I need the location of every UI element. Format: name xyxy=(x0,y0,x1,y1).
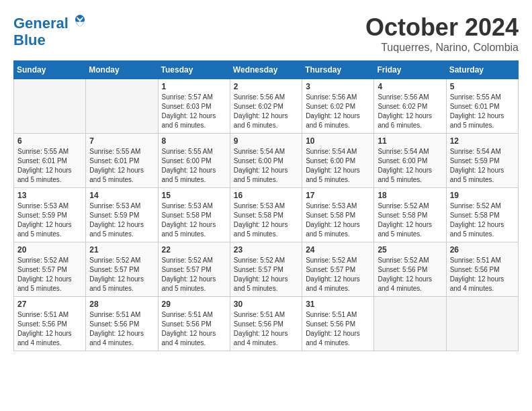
logo-blue-text: Blue xyxy=(13,32,46,49)
calendar-cell: 12Sunrise: 5:54 AM Sunset: 5:59 PM Dayli… xyxy=(446,134,518,188)
day-number: 19 xyxy=(450,191,515,200)
day-number: 6 xyxy=(17,136,82,146)
day-info: Sunrise: 5:52 AM Sunset: 5:57 PM Dayligh… xyxy=(306,256,370,293)
calendar-week-row: 6Sunrise: 5:55 AM Sunset: 6:01 PM Daylig… xyxy=(14,134,519,188)
weekday-header-row: SundayMondayTuesdayWednesdayThursdayFrid… xyxy=(14,61,519,79)
day-number: 4 xyxy=(378,82,442,91)
day-info: Sunrise: 5:51 AM Sunset: 5:56 PM Dayligh… xyxy=(450,256,515,293)
day-number: 10 xyxy=(306,136,370,146)
weekday-header-cell: Wednesday xyxy=(230,61,302,79)
location-title: Tuquerres, Narino, Colombia xyxy=(365,42,519,54)
day-info: Sunrise: 5:53 AM Sunset: 5:59 PM Dayligh… xyxy=(17,201,82,239)
calendar-cell: 10Sunrise: 5:54 AM Sunset: 6:00 PM Dayli… xyxy=(302,134,374,188)
weekday-header-cell: Thursday xyxy=(302,61,374,79)
calendar-cell: 11Sunrise: 5:54 AM Sunset: 6:00 PM Dayli… xyxy=(374,134,446,188)
calendar-cell xyxy=(14,79,86,134)
day-info: Sunrise: 5:51 AM Sunset: 5:56 PM Dayligh… xyxy=(89,310,154,348)
day-info: Sunrise: 5:53 AM Sunset: 5:58 PM Dayligh… xyxy=(162,201,226,239)
calendar-cell: 29Sunrise: 5:51 AM Sunset: 5:56 PM Dayli… xyxy=(158,297,230,351)
calendar-cell: 14Sunrise: 5:53 AM Sunset: 5:59 PM Dayli… xyxy=(86,188,158,242)
day-number: 13 xyxy=(17,191,82,200)
calendar-cell: 4Sunrise: 5:56 AM Sunset: 6:02 PM Daylig… xyxy=(374,79,446,134)
calendar-cell: 24Sunrise: 5:52 AM Sunset: 5:57 PM Dayli… xyxy=(302,242,374,297)
day-number: 22 xyxy=(162,245,226,255)
calendar-cell xyxy=(374,297,446,351)
calendar-cell: 21Sunrise: 5:52 AM Sunset: 5:57 PM Dayli… xyxy=(86,242,158,297)
day-info: Sunrise: 5:51 AM Sunset: 5:56 PM Dayligh… xyxy=(234,310,298,348)
day-info: Sunrise: 5:53 AM Sunset: 5:58 PM Dayligh… xyxy=(234,201,298,239)
logo-text: General xyxy=(13,13,86,32)
day-number: 8 xyxy=(162,136,226,146)
day-info: Sunrise: 5:52 AM Sunset: 5:57 PM Dayligh… xyxy=(89,256,154,293)
calendar-week-row: 27Sunrise: 5:51 AM Sunset: 5:56 PM Dayli… xyxy=(14,297,519,351)
day-number: 23 xyxy=(234,245,298,255)
calendar-cell: 20Sunrise: 5:52 AM Sunset: 5:57 PM Dayli… xyxy=(14,242,86,297)
calendar-cell: 27Sunrise: 5:51 AM Sunset: 5:56 PM Dayli… xyxy=(14,297,86,351)
calendar-cell: 15Sunrise: 5:53 AM Sunset: 5:58 PM Dayli… xyxy=(158,188,230,242)
calendar-cell: 7Sunrise: 5:55 AM Sunset: 6:01 PM Daylig… xyxy=(86,134,158,188)
day-info: Sunrise: 5:52 AM Sunset: 5:57 PM Dayligh… xyxy=(17,256,82,293)
calendar-cell: 3Sunrise: 5:56 AM Sunset: 6:02 PM Daylig… xyxy=(302,79,374,134)
calendar-cell: 16Sunrise: 5:53 AM Sunset: 5:58 PM Dayli… xyxy=(230,188,302,242)
day-number: 21 xyxy=(89,245,154,255)
weekday-header-cell: Tuesday xyxy=(158,61,230,79)
day-info: Sunrise: 5:53 AM Sunset: 5:58 PM Dayligh… xyxy=(306,201,370,239)
day-info: Sunrise: 5:56 AM Sunset: 6:02 PM Dayligh… xyxy=(378,93,442,130)
calendar-cell: 9Sunrise: 5:54 AM Sunset: 6:00 PM Daylig… xyxy=(230,134,302,188)
day-number: 18 xyxy=(378,191,442,200)
calendar-cell: 5Sunrise: 5:55 AM Sunset: 6:01 PM Daylig… xyxy=(446,79,518,134)
header: General Blue October 2024 Tuquerres, Nar… xyxy=(13,13,519,54)
day-info: Sunrise: 5:52 AM Sunset: 5:57 PM Dayligh… xyxy=(234,256,298,293)
weekday-header-cell: Friday xyxy=(374,61,446,79)
day-number: 15 xyxy=(162,191,226,200)
calendar-cell: 6Sunrise: 5:55 AM Sunset: 6:01 PM Daylig… xyxy=(14,134,86,188)
calendar-cell xyxy=(86,79,158,134)
day-number: 3 xyxy=(306,82,370,91)
calendar-week-row: 1Sunrise: 5:57 AM Sunset: 6:03 PM Daylig… xyxy=(14,79,519,134)
day-info: Sunrise: 5:51 AM Sunset: 5:56 PM Dayligh… xyxy=(306,310,370,348)
day-info: Sunrise: 5:54 AM Sunset: 6:00 PM Dayligh… xyxy=(234,147,298,185)
calendar-cell: 2Sunrise: 5:56 AM Sunset: 6:02 PM Daylig… xyxy=(230,79,302,134)
day-info: Sunrise: 5:52 AM Sunset: 5:57 PM Dayligh… xyxy=(162,256,226,293)
day-info: Sunrise: 5:55 AM Sunset: 6:01 PM Dayligh… xyxy=(89,147,154,185)
day-number: 26 xyxy=(450,245,515,255)
calendar-cell: 18Sunrise: 5:52 AM Sunset: 5:58 PM Dayli… xyxy=(374,188,446,242)
day-info: Sunrise: 5:54 AM Sunset: 6:00 PM Dayligh… xyxy=(306,147,370,185)
day-info: Sunrise: 5:56 AM Sunset: 6:02 PM Dayligh… xyxy=(234,93,298,130)
calendar-cell: 31Sunrise: 5:51 AM Sunset: 5:56 PM Dayli… xyxy=(302,297,374,351)
day-number: 11 xyxy=(378,136,442,146)
day-info: Sunrise: 5:51 AM Sunset: 5:56 PM Dayligh… xyxy=(162,310,226,348)
day-info: Sunrise: 5:54 AM Sunset: 5:59 PM Dayligh… xyxy=(450,147,515,185)
logo-bird-icon xyxy=(74,13,86,28)
day-number: 1 xyxy=(162,82,226,91)
calendar-body: 1Sunrise: 5:57 AM Sunset: 6:03 PM Daylig… xyxy=(14,79,519,351)
day-number: 5 xyxy=(450,82,515,91)
calendar-week-row: 20Sunrise: 5:52 AM Sunset: 5:57 PM Dayli… xyxy=(14,242,519,297)
day-number: 20 xyxy=(17,245,82,255)
day-number: 27 xyxy=(17,300,82,309)
day-number: 31 xyxy=(306,300,370,309)
calendar-cell: 23Sunrise: 5:52 AM Sunset: 5:57 PM Dayli… xyxy=(230,242,302,297)
calendar-cell: 22Sunrise: 5:52 AM Sunset: 5:57 PM Dayli… xyxy=(158,242,230,297)
weekday-header-cell: Sunday xyxy=(14,61,86,79)
calendar-cell: 19Sunrise: 5:52 AM Sunset: 5:58 PM Dayli… xyxy=(446,188,518,242)
day-info: Sunrise: 5:55 AM Sunset: 6:00 PM Dayligh… xyxy=(162,147,226,185)
day-number: 7 xyxy=(89,136,154,146)
calendar-cell: 28Sunrise: 5:51 AM Sunset: 5:56 PM Dayli… xyxy=(86,297,158,351)
month-title: October 2024 xyxy=(365,13,519,42)
title-area: October 2024 Tuquerres, Narino, Colombia xyxy=(365,13,519,54)
calendar-cell: 30Sunrise: 5:51 AM Sunset: 5:56 PM Dayli… xyxy=(230,297,302,351)
day-info: Sunrise: 5:52 AM Sunset: 5:58 PM Dayligh… xyxy=(450,201,515,239)
calendar-table: SundayMondayTuesdayWednesdayThursdayFrid… xyxy=(13,60,519,351)
calendar-cell: 17Sunrise: 5:53 AM Sunset: 5:58 PM Dayli… xyxy=(302,188,374,242)
day-info: Sunrise: 5:51 AM Sunset: 5:56 PM Dayligh… xyxy=(17,310,82,348)
calendar-cell: 8Sunrise: 5:55 AM Sunset: 6:00 PM Daylig… xyxy=(158,134,230,188)
day-number: 16 xyxy=(234,191,298,200)
day-info: Sunrise: 5:53 AM Sunset: 5:59 PM Dayligh… xyxy=(89,201,154,239)
day-info: Sunrise: 5:52 AM Sunset: 5:56 PM Dayligh… xyxy=(378,256,442,293)
calendar-cell xyxy=(446,297,518,351)
logo: General Blue xyxy=(13,13,86,49)
day-number: 30 xyxy=(234,300,298,309)
day-number: 14 xyxy=(89,191,154,200)
weekday-header-cell: Monday xyxy=(86,61,158,79)
